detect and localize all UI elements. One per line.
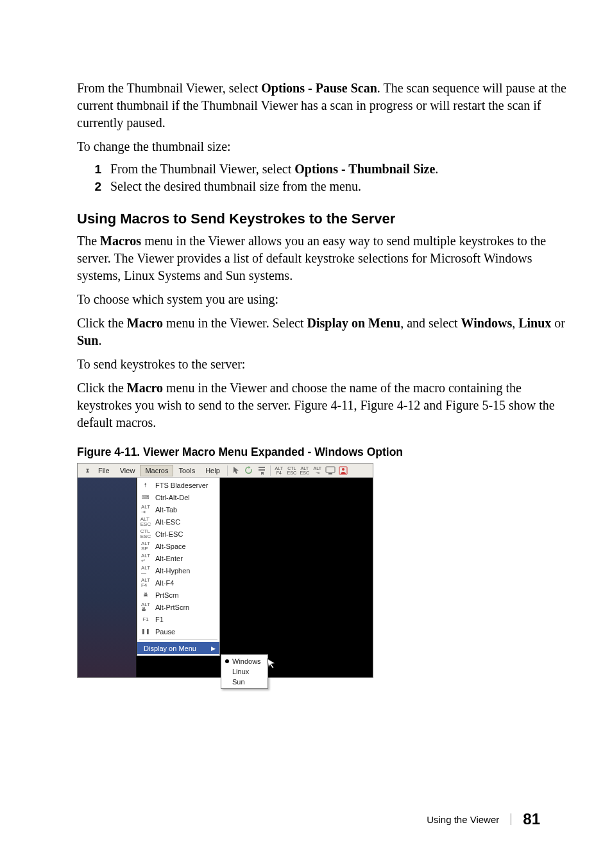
- text: menu in the Viewer allows you an easy wa…: [77, 234, 546, 282]
- macro-label: F1: [155, 616, 164, 623]
- text-bold: Macros: [100, 234, 141, 248]
- text-bold: Windows: [461, 316, 513, 330]
- printscreen-icon: 🖶: [140, 591, 151, 600]
- text: Click the: [77, 316, 127, 330]
- macro-item-alt-space[interactable]: ALT SPAlt-Space: [137, 540, 219, 552]
- text-bold: Linux: [518, 316, 551, 330]
- macro-label: FTS Bladeserver: [155, 482, 208, 489]
- macro-label: Ctrl-ESC: [155, 530, 183, 538]
- paragraph-pause-scan: From the Thumbnail Viewer, select Option…: [77, 80, 574, 132]
- text: , and select: [400, 316, 461, 330]
- refresh-icon[interactable]: [242, 465, 255, 476]
- shortcut-alt-esc-icon[interactable]: ALT ESC: [298, 465, 311, 476]
- display-on-menu-submenu: Windows Linux Sun: [221, 654, 268, 689]
- text: .: [435, 162, 438, 176]
- shortcut-ctl-esc-icon[interactable]: CTL ESC: [285, 465, 298, 476]
- text: The: [77, 234, 100, 248]
- monitor-icon[interactable]: [324, 465, 337, 476]
- macro-label: Pause: [155, 628, 175, 636]
- step-text: Select the desired thumbnail size from t…: [110, 179, 361, 194]
- submenu-label: Sun: [232, 678, 245, 686]
- macro-item-prtscrn[interactable]: 🖶PrtScrn: [137, 589, 219, 601]
- macro-item-alt-f4[interactable]: ALT F4Alt-F4: [137, 577, 219, 589]
- figure-screenshot: File View Macros Tools Help ALT F4 CTL E…: [77, 463, 373, 678]
- paragraph-macro-click: Click the Macro menu in the Viewer and c…: [77, 379, 574, 431]
- macro-label: Alt-Tab: [155, 506, 177, 514]
- submenu-item-linux[interactable]: Linux: [221, 666, 268, 677]
- macro-label: PrtScrn: [155, 591, 179, 599]
- menu-help[interactable]: Help: [200, 465, 225, 476]
- footer-divider: [511, 813, 511, 825]
- macro-label: Alt-Hyphen: [155, 567, 190, 575]
- person-icon[interactable]: [337, 465, 350, 476]
- macro-item-ctrl-alt-del[interactable]: ⌨Ctrl-Alt-Del: [137, 491, 219, 503]
- viewer-menubar: File View Macros Tools Help ALT F4 CTL E…: [78, 464, 373, 478]
- macro-label: Alt-Space: [155, 542, 186, 550]
- svg-rect-0: [326, 467, 335, 473]
- macro-item-fts-bladeserver[interactable]: ⭱FTS Bladeserver: [137, 479, 219, 491]
- text-bold: Display on Menu: [307, 316, 401, 330]
- submenu-item-windows[interactable]: Windows: [221, 656, 268, 666]
- submenu-item-sun[interactable]: Sun: [221, 677, 268, 687]
- toolbar-separator: [270, 465, 271, 476]
- footer-page-number: 81: [523, 810, 540, 828]
- macros-dropdown: ⭱FTS Bladeserver ⌨Ctrl-Alt-Del ALT ⇥Alt-…: [137, 478, 220, 656]
- menu-tools[interactable]: Tools: [173, 465, 200, 476]
- numbered-steps: 1 From the Thumbnail Viewer, select Opti…: [77, 162, 574, 194]
- macro-label: Alt-Enter: [155, 555, 183, 562]
- viewer-thumbnail-strip: [78, 478, 137, 677]
- text: Click the: [77, 381, 127, 395]
- shortcut-icon: ALT 🖶: [140, 603, 151, 612]
- page-footer: Using the Viewer 81: [427, 810, 540, 828]
- text: menu in the Viewer. Select: [163, 316, 307, 330]
- toolbar-separator: [227, 465, 228, 476]
- macro-item-alt-hyphen[interactable]: ALT —Alt-Hyphen: [137, 564, 219, 577]
- macro-label: Display on Menu: [144, 645, 196, 652]
- step-number: 2: [90, 180, 101, 194]
- macro-item-alt-tab[interactable]: ALT ⇥Alt-Tab: [137, 503, 219, 516]
- shortcut-alt-f4-icon[interactable]: ALT F4: [273, 465, 285, 476]
- svg-rect-1: [328, 473, 332, 474]
- macro-item-alt-enter[interactable]: ALT ↵Alt-Enter: [137, 552, 219, 564]
- menu-separator: [139, 639, 217, 640]
- cursor-icon: ⭱: [140, 481, 151, 490]
- macro-label: Alt-F4: [155, 579, 174, 587]
- pin-icon[interactable]: [80, 465, 93, 476]
- macro-item-f1[interactable]: F1F1: [137, 613, 219, 625]
- shortcut-alt-tab-icon[interactable]: ALT ⇥: [311, 465, 324, 476]
- cursor-icon[interactable]: [230, 465, 242, 476]
- shortcut-icon: F1: [140, 615, 151, 624]
- macro-item-alt-prtscrn[interactable]: ALT 🖶Alt-PrtScrn: [137, 601, 219, 613]
- menu-view[interactable]: View: [115, 465, 140, 476]
- macro-label: Ctrl-Alt-Del: [155, 494, 190, 501]
- macro-item-ctrl-esc[interactable]: CTL ESCCtrl-ESC: [137, 528, 219, 540]
- menu-file[interactable]: File: [93, 465, 115, 476]
- radio-unchecked-icon: [225, 680, 229, 684]
- macro-label: Alt-ESC: [155, 518, 180, 526]
- macro-label: Alt-PrtScrn: [155, 603, 189, 611]
- section-heading: Using Macros to Send Keystrokes to the S…: [77, 211, 574, 227]
- svg-point-3: [342, 468, 344, 471]
- text-bold: Options - Pause Scan: [261, 81, 377, 95]
- macro-item-alt-esc[interactable]: ALT ESCAlt-ESC: [137, 516, 219, 528]
- submenu-label: Windows: [232, 657, 261, 665]
- submenu-label: Linux: [232, 668, 249, 675]
- text-bold: Sun: [77, 333, 98, 347]
- step-2: 2 Select the desired thumbnail size from…: [77, 179, 574, 194]
- align-icon[interactable]: [255, 465, 268, 476]
- radio-unchecked-icon: [225, 670, 229, 673]
- shortcut-icon: ALT —: [140, 566, 151, 575]
- text: From the Thumbnail Viewer, select: [77, 81, 261, 95]
- text: or: [551, 316, 565, 330]
- menu-macros[interactable]: Macros: [140, 465, 173, 476]
- paragraph-choose-system: To choose which system you are using:: [77, 291, 574, 308]
- step-text: From the Thumbnail Viewer, select Option…: [110, 162, 438, 177]
- macro-item-display-on-menu[interactable]: Display on Menu ▶: [137, 642, 219, 654]
- text: From the Thumbnail Viewer, select: [110, 162, 294, 176]
- macro-item-pause[interactable]: ❚❚Pause: [137, 625, 219, 638]
- paragraph-change-size: To change the thumbnail size:: [77, 138, 574, 155]
- shortcut-icon: ALT SP: [140, 542, 151, 551]
- paragraph-macros-intro: The Macros menu in the Viewer allows you…: [77, 232, 574, 284]
- paragraph-send-keystrokes: To send keystrokes to the server:: [77, 356, 574, 373]
- step-number: 1: [90, 162, 101, 177]
